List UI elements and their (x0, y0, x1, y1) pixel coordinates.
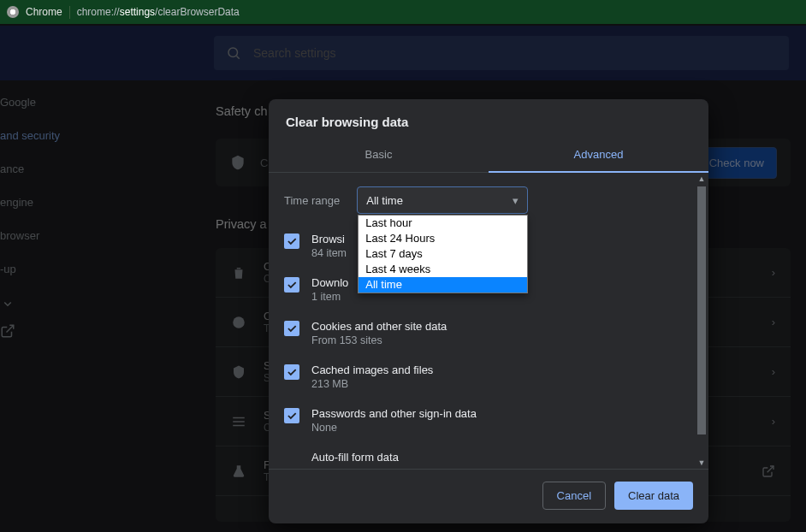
open-external-icon (762, 464, 775, 478)
chevron-right-icon: › (772, 365, 775, 378)
chevron-right-icon: › (772, 316, 775, 328)
sidebar-item-privacy-security[interactable]: and security (0, 119, 120, 152)
safety-row-label: C (260, 157, 268, 169)
shield-icon (231, 364, 248, 380)
title-bar: Chrome chrome://settings/clearBrowserDat… (0, 0, 806, 24)
dialog-body: Time range All time ▾ Last hour Last 24 … (269, 173, 708, 469)
time-range-selected: All time (366, 194, 403, 207)
sidebar: Google and security ance engine browser … (0, 86, 120, 349)
time-option-last-hour[interactable]: Last hour (359, 216, 527, 231)
clear-data-button[interactable]: Clear data (614, 482, 693, 510)
search-bar[interactable] (214, 36, 789, 70)
checkbox-cached-images[interactable] (284, 364, 299, 380)
open-external-icon (0, 323, 120, 339)
sidebar-item-search-engine[interactable]: engine (0, 186, 120, 219)
shield-icon (229, 154, 246, 171)
browser-name: Chrome (26, 6, 62, 18)
sidebar-item-appearance[interactable]: ance (0, 152, 120, 186)
checkbox-passwords[interactable] (284, 408, 299, 423)
svg-point-0 (228, 48, 238, 57)
titlebar-divider (69, 6, 70, 19)
scroll-up-icon[interactable]: ▲ (697, 174, 706, 183)
time-option-last-24-hours[interactable]: Last 24 Hours (359, 231, 527, 246)
cancel-button[interactable]: Cancel (542, 482, 606, 510)
dialog-footer: Cancel Clear data (269, 469, 708, 523)
scrollbar-thumb[interactable] (697, 186, 706, 434)
scroll-down-icon[interactable]: ▼ (697, 458, 706, 467)
caret-down-icon: ▾ (513, 194, 519, 207)
check-passwords[interactable]: Passwords and other sign-in dataNone (284, 400, 688, 444)
sidebar-item-default-browser[interactable]: browser (0, 219, 120, 252)
trash-icon (231, 265, 248, 281)
svg-line-2 (7, 325, 14, 332)
time-range-dropdown: Last hour Last 24 Hours Last 7 days Last… (358, 215, 528, 293)
tune-icon (231, 414, 248, 429)
safety-check-heading: Safety ch (216, 104, 267, 118)
checkbox-cookies[interactable] (284, 321, 299, 336)
chevron-right-icon: › (772, 415, 775, 428)
svg-line-1 (236, 56, 239, 58)
tab-advanced[interactable]: Advanced (489, 139, 708, 173)
time-range-select[interactable]: All time ▾ Last hour Last 24 Hours Last … (357, 186, 528, 214)
time-option-all-time[interactable]: All time (359, 277, 527, 293)
chrome-logo-icon (7, 6, 19, 18)
privacy-security-heading: Privacy a (216, 217, 267, 231)
sidebar-expand[interactable] (0, 286, 120, 349)
svg-line-4 (767, 466, 773, 472)
sidebar-item-google[interactable]: Google (0, 86, 120, 119)
tab-basic[interactable]: Basic (269, 139, 489, 172)
chevron-right-icon: › (772, 266, 775, 279)
sidebar-item-on-startup[interactable]: -up (0, 252, 120, 286)
time-option-last-4-weeks[interactable]: Last 4 weeks (359, 262, 527, 277)
checkbox-browsing-history[interactable] (284, 233, 299, 249)
svg-point-3 (233, 316, 245, 328)
check-cookies[interactable]: Cookies and other site dataFrom 153 site… (284, 313, 688, 357)
flask-icon (231, 464, 248, 479)
time-option-last-7-days[interactable]: Last 7 days (359, 246, 527, 262)
checkbox-download-history[interactable] (284, 277, 299, 293)
clear-browsing-data-dialog: Clear browsing data Basic Advanced Time … (269, 99, 708, 523)
cookie-icon (231, 315, 248, 330)
search-icon (226, 45, 241, 61)
check-cached-images[interactable]: Cached images and files213 MB (284, 357, 688, 400)
search-input[interactable] (253, 46, 777, 60)
time-range-label: Time range (284, 194, 340, 207)
check-autofill[interactable]: Auto-fill form data (284, 444, 688, 467)
dialog-title: Clear browsing data (269, 99, 708, 139)
chevron-down-icon (0, 296, 15, 311)
scrollbar[interactable]: ▲ ▼ (696, 176, 707, 465)
url-display: chrome://settings/clearBrowserData (77, 6, 240, 18)
dialog-tabs: Basic Advanced (269, 139, 708, 173)
